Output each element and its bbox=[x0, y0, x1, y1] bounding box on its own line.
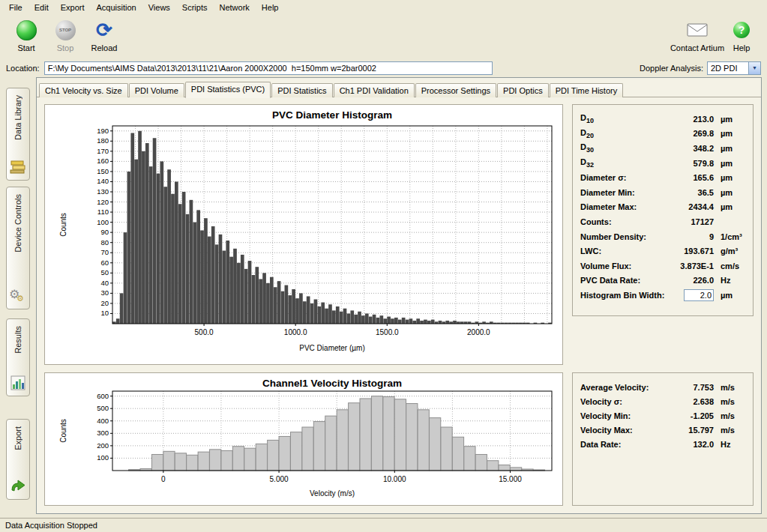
stat-value: 3.873E-1 bbox=[666, 262, 714, 270]
svg-text:140: 140 bbox=[97, 177, 109, 185]
svg-text:40: 40 bbox=[100, 279, 109, 287]
results-chart-icon bbox=[10, 375, 25, 392]
sidebar-item-label: Results bbox=[13, 326, 22, 354]
chevron-down-icon[interactable]: ▼ bbox=[748, 62, 760, 74]
svg-text:5.000: 5.000 bbox=[270, 475, 289, 483]
stat-value: 132.0 bbox=[666, 440, 714, 449]
tab-ch1-velocity-vs-size[interactable]: Ch1 Velocity vs. Size bbox=[39, 83, 128, 97]
stat-label: Velocity Max: bbox=[580, 426, 666, 435]
menu-export[interactable]: Export bbox=[55, 1, 91, 14]
stat-label: Diameter Min: bbox=[580, 188, 666, 197]
svg-text:1000.0: 1000.0 bbox=[284, 328, 307, 336]
help-button[interactable]: ? Help bbox=[727, 17, 757, 52]
diameter-stat-row: PVC Data Rate:226.0Hz bbox=[580, 273, 745, 288]
stat-value: 165.6 bbox=[666, 173, 714, 182]
svg-text:600: 600 bbox=[97, 392, 109, 400]
stat-label: LWC: bbox=[580, 247, 666, 256]
stop-button[interactable]: STOP Stop bbox=[46, 17, 84, 52]
location-label: Location: bbox=[6, 64, 40, 73]
gears-icon: ⚙⚙ bbox=[10, 290, 25, 305]
diameter-stat-row: D20269.8µm bbox=[580, 127, 745, 142]
svg-text:10: 10 bbox=[100, 309, 109, 317]
stat-unit: µm bbox=[714, 129, 745, 138]
stat-unit: m/s bbox=[714, 383, 745, 392]
reload-button[interactable]: ⟳ Reload bbox=[85, 17, 123, 52]
sidebar-item-results[interactable]: Results bbox=[6, 318, 30, 396]
tab-pdi-statistics-pvc[interactable]: PDI Statistics (PVC) bbox=[185, 82, 271, 98]
tab-pdi-statistics[interactable]: PDI Statistics bbox=[271, 83, 332, 97]
diameter-stat-row: Volume Flux:3.873E-1cm/s bbox=[580, 259, 745, 273]
menu-views[interactable]: Views bbox=[142, 1, 176, 14]
sidebar-item-export[interactable]: Export bbox=[6, 419, 30, 500]
diameter-stat-row: D32579.8µm bbox=[580, 156, 745, 171]
stat-value: 579.8 bbox=[666, 159, 714, 168]
sidebar-item-device-controls[interactable]: Device Controls⚙⚙ bbox=[6, 187, 30, 309]
stat-unit: µm bbox=[714, 291, 745, 300]
start-button-label: Start bbox=[17, 43, 34, 52]
bin-width-input[interactable] bbox=[684, 289, 714, 301]
stop-button-label: Stop bbox=[57, 43, 74, 52]
velocity-stat-row: Velocity σ:2.638m/s bbox=[580, 394, 745, 408]
stop-icon: STOP bbox=[55, 20, 76, 40]
tab-processor-settings[interactable]: Processor Settings bbox=[415, 83, 496, 97]
stat-value: 9 bbox=[666, 232, 714, 241]
tab-content: PVC Diameter HistogramCounts102030405060… bbox=[37, 97, 761, 513]
tab-ch1-pdi-validation[interactable]: Ch1 PDI Validation bbox=[334, 83, 415, 97]
stat-unit: µm bbox=[714, 115, 745, 124]
toolbar: Start STOP Stop ⟳ Reload Contact Artium … bbox=[0, 15, 767, 58]
svg-text:100: 100 bbox=[97, 218, 109, 226]
svg-text:90: 90 bbox=[100, 228, 109, 236]
chart-svg: Channel1 Velocity HistogramCounts1002003… bbox=[45, 373, 562, 505]
doppler-analysis-select[interactable]: 2D PDI ▼ bbox=[707, 61, 761, 75]
velocity-stat-row: Data Rate:132.0Hz bbox=[580, 437, 745, 451]
sidebar-item-data-library[interactable]: Data Library bbox=[6, 88, 30, 181]
stat-label: PVC Data Rate: bbox=[580, 276, 666, 285]
contact-artium-button[interactable]: Contact Artium bbox=[670, 17, 725, 52]
diameter-stat-row: Number Density:91/cm³ bbox=[580, 229, 745, 244]
svg-text:20: 20 bbox=[100, 299, 109, 307]
svg-text:200: 200 bbox=[97, 441, 109, 450]
library-icon bbox=[10, 160, 26, 176]
stat-value bbox=[666, 289, 714, 301]
menu-help[interactable]: Help bbox=[256, 1, 285, 14]
start-button[interactable]: Start bbox=[7, 17, 45, 52]
svg-text:60: 60 bbox=[100, 259, 109, 267]
stat-label: Volume Flux: bbox=[580, 262, 666, 270]
start-icon bbox=[16, 20, 37, 40]
svg-text:10.000: 10.000 bbox=[383, 475, 406, 483]
stat-label: D30 bbox=[580, 142, 666, 154]
svg-text:PVC Diameter Histogram: PVC Diameter Histogram bbox=[272, 109, 392, 121]
stat-value: 36.5 bbox=[666, 188, 714, 197]
status-bar: Data Acquisition Stopped bbox=[0, 518, 767, 532]
menu-acquisition[interactable]: Acquisition bbox=[91, 1, 142, 14]
pvc-diameter-histogram: PVC Diameter HistogramCounts102030405060… bbox=[44, 104, 563, 365]
stat-unit: Hz bbox=[714, 276, 745, 285]
location-input[interactable]: F:\My Documents\AIMS Data\2013\2013\11\2… bbox=[44, 61, 493, 75]
stat-label: Number Density: bbox=[580, 232, 666, 241]
stat-unit: µm bbox=[714, 188, 745, 197]
stat-value: 2.638 bbox=[666, 397, 714, 406]
svg-text:PVC Diameter (µm): PVC Diameter (µm) bbox=[299, 344, 364, 352]
tab-pdi-volume[interactable]: PDI Volume bbox=[129, 83, 184, 97]
menu-network[interactable]: Network bbox=[213, 1, 255, 14]
stat-value: 193.671 bbox=[666, 247, 714, 256]
doppler-analysis-label: Doppler Analysis: bbox=[640, 64, 703, 73]
export-arrow-icon bbox=[10, 479, 26, 495]
stat-unit: m/s bbox=[714, 426, 745, 435]
tab-pdi-time-history[interactable]: PDI Time History bbox=[550, 83, 624, 97]
svg-text:2000.0: 2000.0 bbox=[467, 328, 490, 336]
sidebar: Data LibraryDevice Controls⚙⚙ResultsExpo… bbox=[0, 77, 36, 518]
svg-text:15.000: 15.000 bbox=[499, 475, 522, 483]
stat-unit: Hz bbox=[714, 440, 745, 449]
stat-value: 226.0 bbox=[666, 276, 714, 285]
stat-unit: µm bbox=[714, 202, 745, 211]
stat-label: Diameter σ: bbox=[580, 173, 666, 182]
menu-scripts[interactable]: Scripts bbox=[176, 1, 214, 14]
diameter-stat-row: LWC:193.671g/m³ bbox=[580, 244, 745, 259]
menu-edit[interactable]: Edit bbox=[28, 1, 55, 14]
diameter-stat-row: Diameter Min:36.5µm bbox=[580, 185, 745, 200]
tab-pdi-optics[interactable]: PDI Optics bbox=[497, 83, 549, 97]
stat-unit: m/s bbox=[714, 411, 745, 420]
svg-text:Channel1 Velocity Histogram: Channel1 Velocity Histogram bbox=[262, 378, 402, 389]
menu-file[interactable]: File bbox=[3, 1, 28, 14]
